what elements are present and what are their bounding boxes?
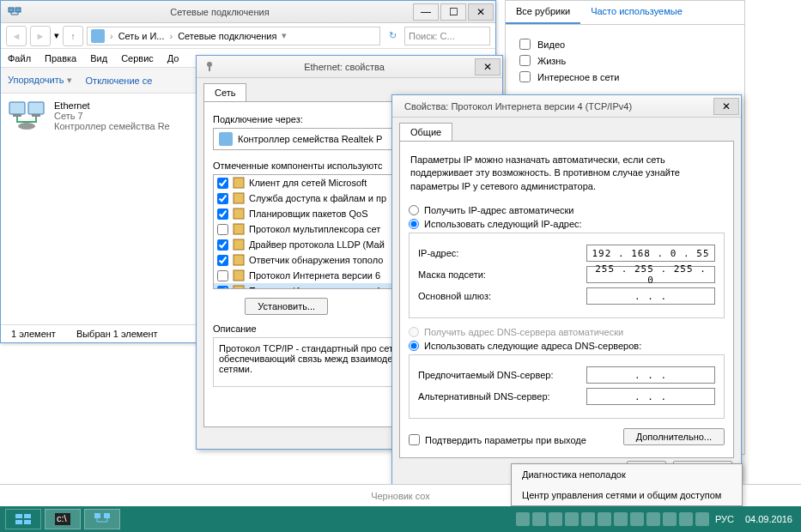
category-tabs: Все рубрики Часто используемые: [506, 1, 744, 25]
taskbar: c:\ РУС 04.09.2016: [0, 506, 801, 532]
menu-tools[interactable]: Сервис: [121, 53, 154, 63]
menu-more[interactable]: До: [167, 53, 179, 63]
component-checkbox[interactable]: [217, 255, 228, 266]
tray-icon[interactable]: [646, 512, 660, 526]
refresh-icon[interactable]: ↻: [384, 27, 401, 45]
adapter-icon[interactable]: [8, 100, 46, 131]
task-switcher-button[interactable]: [5, 509, 41, 529]
radio-input[interactable]: [409, 341, 419, 351]
maximize-button[interactable]: ☐: [440, 3, 466, 21]
radio-input: [409, 327, 419, 337]
category-label: Видео: [537, 39, 565, 50]
svg-rect-4: [13, 114, 21, 117]
nav-up-icon[interactable]: ↑: [63, 26, 83, 46]
svg-rect-17: [15, 514, 22, 518]
titlebar[interactable]: Ethernet: свойства ✕: [197, 56, 502, 78]
svg-rect-24: [104, 513, 110, 518]
component-checkbox[interactable]: [217, 178, 228, 189]
tray-icon[interactable]: [565, 512, 579, 526]
category-item[interactable]: Видео: [519, 39, 731, 50]
tab-general[interactable]: Общие: [399, 123, 452, 141]
component-checkbox[interactable]: [217, 270, 228, 281]
advanced-button[interactable]: Дополнительно...: [623, 428, 725, 445]
confirm-on-exit[interactable]: Подтвердить параметры при выходе: [409, 434, 586, 445]
minimize-button[interactable]: —: [413, 3, 439, 21]
close-button[interactable]: ✕: [475, 58, 501, 76]
nav-back-icon[interactable]: ◄: [6, 26, 27, 46]
gateway-input[interactable]: . . .: [586, 287, 715, 305]
nic-icon: [219, 132, 233, 146]
titlebar[interactable]: Свойства: Протокол Интернета версии 4 (T…: [392, 95, 741, 118]
component-checkbox[interactable]: [217, 209, 228, 220]
close-button[interactable]: ✕: [468, 3, 494, 21]
radio-input[interactable]: [409, 205, 419, 215]
organize-button[interactable]: Упорядочить ▾: [8, 75, 72, 86]
component-checkbox[interactable]: [217, 286, 228, 290]
confirm-checkbox[interactable]: [409, 434, 420, 445]
install-button[interactable]: Установить...: [245, 298, 328, 315]
tray-icon[interactable]: [695, 512, 709, 526]
menu-edit[interactable]: Правка: [45, 53, 76, 63]
component-checkbox[interactable]: [217, 193, 228, 204]
ip-input[interactable]: 192 . 168 . 0 . 55: [586, 245, 715, 262]
tray-icon[interactable]: [532, 512, 546, 526]
close-button[interactable]: ✕: [713, 98, 739, 115]
component-icon: [232, 222, 246, 236]
component-icon: [232, 284, 246, 289]
menu-file[interactable]: Файл: [8, 53, 31, 63]
svg-point-6: [18, 123, 35, 130]
component-label: Протокол мультиплексора сет: [249, 224, 380, 234]
tab-network[interactable]: Сеть: [203, 83, 246, 101]
category-item[interactable]: Жизнь: [519, 55, 731, 66]
tab-all-categories[interactable]: Все рубрики: [506, 1, 580, 24]
component-label: Протокол Интернета версии 6: [249, 270, 380, 281]
tray-icon[interactable]: [549, 512, 562, 526]
category-checkbox[interactable]: [519, 55, 531, 66]
ip-label: IP-адрес:: [418, 248, 586, 258]
crumb-current[interactable]: Сетевые подключения: [178, 31, 276, 41]
category-checkbox[interactable]: [519, 71, 531, 82]
radio-input[interactable]: [409, 219, 419, 229]
dns2-input[interactable]: . . .: [586, 388, 715, 405]
crumb-root[interactable]: Сеть и И...: [118, 31, 165, 41]
svg-rect-16: [234, 286, 244, 289]
component-icon: [232, 191, 246, 205]
tray-icon[interactable]: [614, 512, 628, 526]
nav-forward-icon[interactable]: ►: [30, 26, 51, 46]
menu-view[interactable]: Вид: [90, 53, 107, 63]
component-icon: [232, 207, 246, 221]
category-label: Интересное в сети: [537, 72, 619, 82]
tray-icon[interactable]: [598, 512, 611, 526]
radio-ip-manual[interactable]: Использовать следующий IP-адрес:: [409, 219, 725, 229]
ctx-diagnose[interactable]: Диагностика неполадок: [512, 464, 742, 485]
disable-button[interactable]: Отключение се: [86, 76, 153, 86]
svg-rect-2: [9, 102, 25, 114]
radio-dns-manual[interactable]: Использовать следующие адреса DNS-сервер…: [409, 341, 725, 351]
tray-icon[interactable]: [581, 512, 595, 526]
component-checkbox[interactable]: [217, 224, 228, 235]
tray-icon[interactable]: [663, 512, 677, 526]
nav-bar: ◄ ► ▾ ↑ › Сеть и И... › Сетевые подключе…: [1, 23, 495, 49]
titlebar[interactable]: Сетевые подключения — ☐ ✕: [1, 1, 495, 23]
ip-group: IP-адрес:192 . 168 . 0 . 55 Маска подсет…: [409, 233, 725, 318]
tray-date[interactable]: 04.09.2016: [745, 514, 792, 524]
category-checkbox[interactable]: [519, 39, 531, 50]
tray-icon[interactable]: [630, 512, 644, 526]
search-input[interactable]: Поиск: С...: [404, 27, 490, 45]
nav-history-dropdown[interactable]: ▾: [54, 30, 59, 41]
category-item[interactable]: Интересное в сети: [519, 71, 731, 82]
task-cmd-button[interactable]: c:\: [45, 509, 81, 529]
task-network-button[interactable]: [84, 509, 120, 529]
tab-frequent[interactable]: Часто используемые: [580, 1, 693, 24]
dns1-input[interactable]: . . .: [586, 366, 715, 384]
adapter-info[interactable]: Ethernet Сеть 7 Контроллер семейства Re: [54, 100, 170, 275]
tray-icon[interactable]: [516, 512, 530, 526]
tray-icon[interactable]: [679, 512, 693, 526]
ctx-sharing-center[interactable]: Центр управления сетями и общим доступом: [512, 485, 742, 505]
breadcrumb[interactable]: › Сеть и И... › Сетевые подключения ▾: [87, 27, 380, 45]
component-checkbox[interactable]: [217, 239, 228, 251]
svg-rect-0: [9, 8, 14, 12]
mask-input[interactable]: 255 . 255 . 255 . 0: [586, 266, 715, 283]
radio-ip-auto[interactable]: Получить IP-адрес автоматически: [409, 205, 725, 215]
tray-language[interactable]: РУС: [715, 514, 734, 524]
